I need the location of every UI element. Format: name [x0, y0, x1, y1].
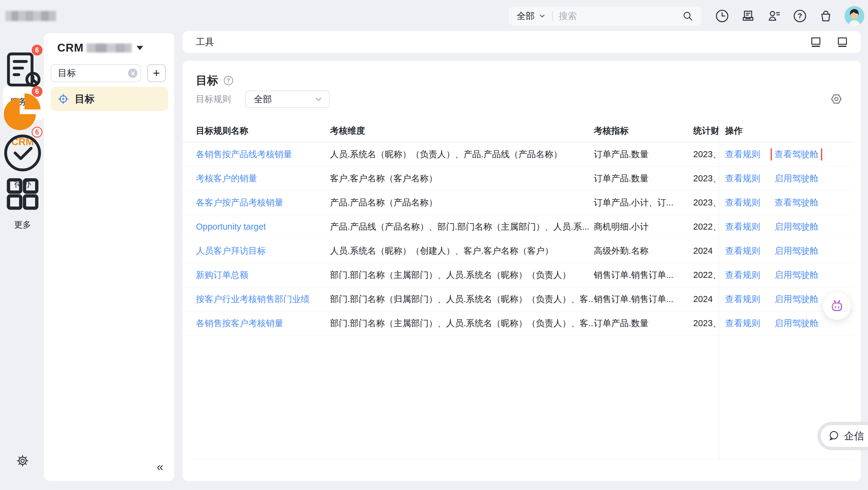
- rule-name-link[interactable]: 各销售按产品线考核销量: [196, 148, 330, 161]
- open-window-icon-2[interactable]: [835, 36, 849, 48]
- dashboard-link[interactable]: 启用驾驶舱: [775, 293, 818, 305]
- crm-panel: CRM + 目标 «: [44, 33, 174, 481]
- inbox-icon[interactable]: [741, 9, 755, 23]
- store-icon[interactable]: [818, 9, 833, 23]
- rule-name-link[interactable]: 人员客户拜访目标: [196, 245, 330, 257]
- target-card: 目标 ? 目标规则 全部 目标规则名称 考核维度 考核指标 统计财 操作 各销售…: [183, 61, 861, 481]
- fiscal-cell: 2024: [693, 294, 718, 304]
- metric-cell: 高级外勤.名称: [594, 245, 693, 257]
- table-row: Opportunity target 产品.产品线（产品名称）、部门.部门名称（…: [183, 215, 854, 239]
- app-rail: 6 服务通 6 CRM 6 待办 更多: [0, 32, 45, 490]
- rule-name-link[interactable]: 考核客户的销量: [196, 173, 330, 185]
- rule-name-link[interactable]: Opportunity target: [196, 222, 330, 232]
- fiscal-cell: 2023、: [693, 148, 718, 161]
- panel-search: [51, 64, 141, 82]
- table-row: 各销售按客户考核销量 部门.部门名称（主属部门）、人员.系统名（昵称）（负责人）…: [183, 311, 854, 336]
- open-window-icon[interactable]: [809, 36, 823, 48]
- sidebar-item-label: 更多: [0, 219, 45, 231]
- search-icon[interactable]: [682, 10, 694, 22]
- view-rule-link[interactable]: 查看规则: [725, 173, 760, 185]
- dashboard-link[interactable]: 启用驾驶舱: [775, 269, 818, 281]
- tab-tools[interactable]: 工具: [196, 36, 214, 48]
- workspace-switcher[interactable]: CRM: [57, 41, 143, 54]
- workspace-name-redacted: [87, 44, 132, 53]
- metric-cell: 订单产品.小计、订...: [594, 197, 693, 209]
- select-value: 全部: [254, 93, 314, 106]
- table-rows: 各销售按产品线考核销量 人员.系统名（昵称）（负责人）、产品.产品线（产品名称）…: [183, 142, 854, 336]
- dimension-cell: 人员.系统名（昵称）（负责人）、产品.产品线（产品名称）: [330, 148, 594, 161]
- grid-more-icon: [0, 171, 45, 217]
- fiscal-cell: 2023、: [693, 317, 718, 329]
- search-input[interactable]: 搜索: [559, 10, 682, 22]
- col-fiscal: 统计财: [693, 125, 718, 137]
- rule-name-link[interactable]: 各客户按产品考核销量: [196, 197, 330, 209]
- collapse-panel-icon[interactable]: «: [157, 460, 163, 474]
- dimension-cell: 部门.部门名称（归属部门）、人员.系统名（昵称）（负责人）、客...: [330, 293, 594, 305]
- dimension-cell: 部门.部门名称（主属部门）、人员.系统名（昵称）（负责人）、客...: [330, 317, 594, 329]
- view-rule-link[interactable]: 查看规则: [725, 148, 760, 161]
- view-rule-link[interactable]: 查看规则: [725, 269, 760, 281]
- dimension-cell: 客户.客户名称（客户名称）: [330, 173, 594, 185]
- view-rule-link[interactable]: 查看规则: [725, 221, 760, 233]
- caret-down-icon: [136, 46, 143, 50]
- table-row: 各销售按产品线考核销量 人员.系统名（昵称）（负责人）、产品.产品线（产品名称）…: [183, 142, 854, 167]
- clear-icon[interactable]: [128, 68, 137, 78]
- gear-icon[interactable]: [16, 454, 29, 467]
- top-bar: 全部 搜索 ?: [0, 0, 868, 32]
- col-actions: 操作: [718, 125, 854, 137]
- history-icon[interactable]: [715, 9, 730, 23]
- dimension-cell: 部门.部门名称（主属部门）、人员.系统名（昵称）（负责人）: [330, 269, 594, 281]
- col-dimension: 考核维度: [330, 125, 594, 137]
- table-row: 考核客户的销量 客户.客户名称（客户名称） 订单产品.数量 2023、 查看规则…: [183, 167, 854, 191]
- rule-name-link[interactable]: 新购订单总额: [196, 269, 330, 281]
- chat-inner: 企信: [821, 425, 868, 447]
- sidebar-item-target[interactable]: 目标: [51, 87, 168, 111]
- dimension-cell: 人员.系统名（昵称）（创建人）、客户.客户名称（客户）: [330, 245, 594, 257]
- target-rules-table: 目标规则名称 考核维度 考核指标 统计财 操作 各销售按产品线考核销量 人员.系…: [183, 120, 854, 336]
- rule-name-link[interactable]: 按客户行业考核销售部门业绩: [196, 293, 330, 305]
- badge: 6: [32, 86, 42, 97]
- page-title: 目标: [196, 73, 218, 88]
- fiscal-cell: 2023、: [693, 173, 718, 185]
- table-row: 各客户按产品考核销量 产品.产品名称（产品名称） 订单产品.小计、订... 20…: [183, 191, 854, 215]
- add-button[interactable]: +: [147, 64, 166, 82]
- contacts-icon[interactable]: [767, 9, 781, 23]
- todo-check-icon: 6: [0, 131, 45, 176]
- global-search[interactable]: 全部 搜索: [509, 7, 702, 25]
- tool-tab-bar: 工具: [183, 31, 861, 53]
- rule-name-link[interactable]: 各销售按客户考核销量: [196, 317, 330, 329]
- dashboard-link[interactable]: 启用驾驶舱: [775, 245, 818, 257]
- dashboard-link[interactable]: 启用驾驶舱: [775, 221, 818, 233]
- metric-cell: 销售订单.销售订单...: [594, 293, 693, 305]
- sidebar-item-more[interactable]: 更多: [0, 171, 45, 231]
- view-rule-link[interactable]: 查看规则: [725, 293, 760, 305]
- badge: 6: [32, 127, 42, 138]
- enterprise-chat-button[interactable]: 企信: [817, 422, 868, 450]
- table-row: 新购订单总额 部门.部门名称（主属部门）、人员.系统名（昵称）（负责人） 销售订…: [183, 263, 854, 287]
- user-avatar[interactable]: [844, 6, 864, 26]
- dashboard-link[interactable]: 查看驾驶舱: [775, 197, 818, 209]
- actions-cell: 查看规则 启用驾驶舱: [718, 245, 854, 257]
- search-scope-select[interactable]: 全部: [517, 10, 535, 22]
- divider: [552, 11, 553, 21]
- view-rule-link[interactable]: 查看规则: [725, 245, 760, 257]
- dashboard-link[interactable]: 查看驾驶舱: [775, 148, 818, 161]
- actions-cell: 查看规则 查看驾驶舱: [718, 148, 854, 161]
- metric-cell: 订单产品.数量: [594, 148, 693, 161]
- table-header: 目标规则名称 考核维度 考核指标 统计财 操作: [183, 120, 854, 142]
- rule-filter-select[interactable]: 全部: [245, 90, 330, 108]
- filter-row: 目标规则 全部: [196, 90, 330, 108]
- help-icon[interactable]: ?: [223, 75, 234, 86]
- panel-search-input[interactable]: [51, 64, 141, 82]
- dashboard-link[interactable]: 启用驾驶舱: [775, 173, 818, 185]
- view-rule-link[interactable]: 查看规则: [725, 197, 760, 209]
- actions-cell: 查看规则 启用驾驶舱: [718, 221, 854, 233]
- view-rule-link[interactable]: 查看规则: [725, 317, 760, 329]
- table-settings-icon[interactable]: [830, 92, 843, 106]
- help-icon[interactable]: ?: [793, 9, 807, 23]
- dashboard-link[interactable]: 启用驾驶舱: [775, 317, 818, 329]
- card-title-row: 目标 ?: [196, 73, 234, 88]
- col-rule-name: 目标规则名称: [196, 125, 330, 137]
- dimension-cell: 产品.产品线（产品名称）、部门.部门名称（主属部门）、人员.系...: [330, 221, 594, 233]
- ai-assistant-button[interactable]: [823, 292, 851, 320]
